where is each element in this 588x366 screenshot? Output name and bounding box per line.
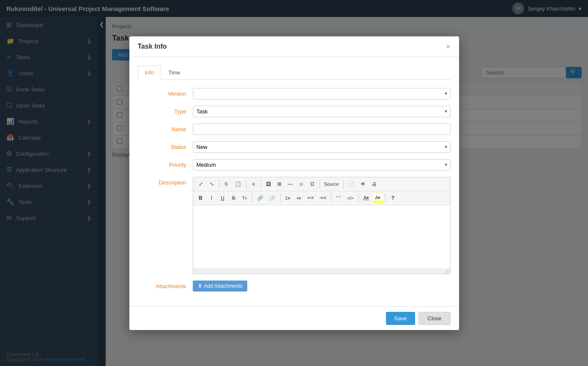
name-label: Name [138, 124, 193, 132]
modal-overlay: Task Info × Info Time Version [0, 0, 588, 366]
attachments-row: Attachments ⬆ Add Attachments [138, 281, 451, 292]
description-editor: ⤢ ⤡ ⎘ 📋 ≡ 🖼 ⊞ — ☺ Ω [193, 177, 451, 274]
code-button[interactable]: </> [345, 193, 356, 203]
table-button[interactable]: ⊞ [274, 179, 284, 189]
source-button[interactable]: Source [322, 179, 341, 189]
upload-icon: ⬆ [198, 283, 202, 289]
close-button[interactable]: Close [418, 312, 450, 325]
task-info-modal: Task Info × Info Time Version [129, 36, 459, 330]
type-row: Type Task Bug Feature Improvement ▾ [138, 106, 451, 117]
toolbar-separator [261, 180, 261, 188]
toolbar-separator [358, 194, 359, 202]
toolbar-separator [280, 194, 281, 202]
collapse-button[interactable]: ⤡ [207, 179, 217, 189]
modal-close-button[interactable]: × [446, 43, 451, 50]
name-row: Name [138, 124, 451, 135]
type-select-wrapper: Task Bug Feature Improvement ▾ [193, 106, 451, 117]
priority-select[interactable]: Low Medium High Critical [193, 159, 451, 171]
newdoc-button[interactable]: 📄 [346, 179, 357, 189]
bold-button[interactable]: B [196, 193, 206, 203]
paste-button[interactable]: 📋 [232, 179, 244, 189]
modal-body: Info Time Version ▾ Type [129, 57, 459, 306]
blockquote-button[interactable]: " " [334, 193, 344, 203]
toolbar-separator [343, 180, 344, 188]
hline-button[interactable]: — [285, 179, 295, 189]
tab-info[interactable]: Info [138, 66, 161, 80]
attachments-area: ⬆ Add Attachments [193, 281, 248, 292]
tab-time[interactable]: Time [161, 66, 187, 80]
print-button[interactable]: 🖨 [369, 179, 379, 189]
modal-title: Task Info [138, 43, 167, 50]
type-label: Type [138, 106, 193, 115]
version-row: Version ▾ [138, 88, 451, 99]
priority-label: Priority [138, 159, 193, 168]
modal-header: Task Info × [129, 36, 459, 57]
status-select-wrapper: New In Progress Done Closed ▾ [193, 141, 451, 153]
editor-resize-handle[interactable] [193, 269, 450, 274]
attachments-label: Attachments [138, 281, 193, 289]
indent-button[interactable]: ⇒≡ [317, 193, 328, 203]
editor-toolbar-row1: ⤢ ⤡ ⎘ 📋 ≡ 🖼 ⊞ — ☺ Ω [193, 177, 450, 191]
modal-tabs: Info Time [138, 66, 451, 80]
resize-icon [445, 269, 449, 273]
status-row: Status New In Progress Done Closed ▾ [138, 141, 451, 153]
toolbar-separator [385, 194, 386, 202]
bg-color-button[interactable]: A▾ [372, 193, 383, 203]
strikethrough-button[interactable]: S [229, 193, 239, 203]
modal-footer: Save Close [129, 306, 459, 330]
status-label: Status [138, 141, 193, 150]
italic-button[interactable]: I [207, 193, 217, 203]
save-button[interactable]: Save [386, 312, 416, 325]
expand-button[interactable]: ⤢ [196, 179, 206, 189]
priority-row: Priority Low Medium High Critical ▾ [138, 159, 451, 171]
name-input[interactable] [193, 124, 451, 135]
copy-button[interactable]: ⎘ [222, 179, 232, 189]
version-select-wrapper: ▾ [193, 88, 451, 99]
description-row: Description ⤢ ⤡ ⎘ 📋 ≡ 🖼 [138, 177, 451, 274]
link-button[interactable]: 🔗 [254, 193, 266, 203]
smiley-button[interactable]: ☺ [296, 179, 306, 189]
align-button[interactable]: ≡ [249, 179, 259, 189]
underline-button[interactable]: U [218, 193, 228, 203]
toolbar-separator [331, 194, 331, 202]
unordered-list-button[interactable]: •≡ [294, 193, 304, 203]
priority-select-wrapper: Low Medium High Critical ▾ [193, 159, 451, 171]
special-char-button[interactable]: Ω [307, 179, 317, 189]
help-button[interactable]: ? [388, 193, 398, 203]
add-attachments-button[interactable]: ⬆ Add Attachments [193, 281, 248, 292]
toolbar-separator [219, 180, 219, 188]
outdent-button[interactable]: ⇐≡ [305, 193, 316, 203]
remove-format-button[interactable]: Tx [240, 193, 250, 203]
ordered-list-button[interactable]: 1≡ [283, 193, 293, 203]
toolbar-separator [246, 180, 246, 188]
status-select[interactable]: New In Progress Done Closed [193, 141, 451, 153]
version-label: Version [138, 88, 193, 97]
preview-button[interactable]: 👁 [358, 179, 368, 189]
description-input[interactable] [193, 205, 450, 269]
toolbar-separator [252, 194, 252, 202]
unlink-button[interactable]: 🔗 [267, 193, 278, 203]
font-color-button[interactable]: A▾ [361, 193, 372, 203]
editor-toolbar-row2: B I U S Tx 🔗 🔗 1≡ •≡ ⇐≡ ⇒≡ [193, 191, 450, 205]
toolbar-separator [320, 180, 320, 188]
version-select[interactable] [193, 88, 451, 99]
image-button[interactable]: 🖼 [263, 179, 273, 189]
type-select[interactable]: Task Bug Feature Improvement [193, 106, 451, 117]
description-label: Description [138, 177, 193, 186]
